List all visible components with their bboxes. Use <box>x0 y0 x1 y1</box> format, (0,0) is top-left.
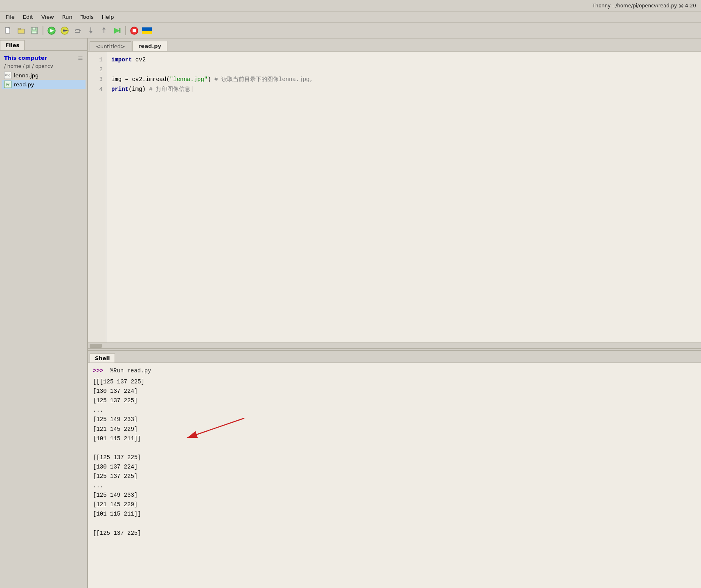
horizontal-scrollbar[interactable] <box>88 342 701 348</box>
svg-marker-16 <box>102 27 106 29</box>
menu-edit[interactable]: Edit <box>20 13 36 21</box>
title-text: Thonny - /home/pi/opencv/read.py @ 4:20 <box>593 3 696 9</box>
toolbar <box>0 23 701 38</box>
run-to-cursor-button[interactable] <box>111 25 123 36</box>
files-tab-label[interactable]: Files <box>0 40 25 50</box>
menu-view[interactable]: View <box>38 13 57 21</box>
output-line-11: [125 137 225] <box>93 472 696 481</box>
tab-untitled[interactable]: <untitled> <box>90 41 131 51</box>
output-line-4: ... <box>93 406 696 415</box>
sidebar: Files This computer ≡ / home / pi / open… <box>0 38 88 588</box>
titlebar: Thonny - /home/pi/opencv/read.py @ 4:20 <box>0 0 701 11</box>
output-line-17: [[125 137 225] <box>93 529 696 538</box>
file-name-readpy: read.py <box>14 81 34 88</box>
code-editor[interactable]: 1 2 3 4 import cv2 img = cv2.imread("len… <box>88 52 701 342</box>
line-num-2: 2 <box>88 65 106 74</box>
menu-help[interactable]: Help <box>99 13 117 21</box>
code-line-1: import cv2 <box>111 55 696 65</box>
debug-button[interactable] <box>59 25 70 36</box>
svg-rect-2 <box>18 28 21 29</box>
toolbar-separator-1 <box>43 26 43 35</box>
ukraine-flag <box>142 27 152 34</box>
menubar: File Edit View Run Tools Help <box>0 11 701 23</box>
code-line-4: print(img) # 打印图像信息 <box>111 84 696 94</box>
output-line-13: [125 149 233] <box>93 491 696 500</box>
run-button[interactable] <box>46 25 57 36</box>
menu-run[interactable]: Run <box>59 13 76 21</box>
step-over-button[interactable] <box>72 25 83 36</box>
line-num-1: 1 <box>88 55 106 65</box>
editor-area: <untitled> read.py 1 2 3 4 import cv2 im… <box>88 38 701 588</box>
main-area: Files This computer ≡ / home / pi / open… <box>0 38 701 588</box>
new-file-button[interactable] <box>2 25 14 36</box>
step-out-button[interactable] <box>98 25 110 36</box>
breadcrumb: / home / pi / opencv <box>2 63 86 71</box>
menu-tools[interactable]: Tools <box>77 13 97 21</box>
output-line-12: ... <box>93 481 696 491</box>
files-menu-icon[interactable]: ≡ <box>78 54 83 62</box>
files-tab-bar: Files <box>0 38 87 51</box>
output-line-2: [130 137 224] <box>93 387 696 396</box>
output-line-14: [121 145 229] <box>93 500 696 509</box>
shell-tab-bar: Shell <box>88 351 701 363</box>
open-file-button[interactable] <box>16 25 27 36</box>
svg-rect-20 <box>133 29 136 32</box>
line-num-4: 4 <box>88 84 106 94</box>
stop-button[interactable] <box>128 25 140 36</box>
output-line-6: [121 145 229] <box>93 425 696 434</box>
this-computer-link[interactable]: This computer <box>4 55 47 61</box>
code-line-2 <box>111 65 696 74</box>
code-line-3: img = cv2.imread("lenna.jpg") # 读取当前目录下的… <box>111 74 696 84</box>
shell-output-container: [[[125 137 225] [130 137 224] [125 137 2… <box>93 377 696 538</box>
py-icon: py <box>4 81 11 88</box>
save-file-button[interactable] <box>29 25 40 36</box>
file-item-lenna[interactable]: img lenna.jpg <box>2 71 86 80</box>
scrollbar-thumb[interactable] <box>90 344 102 348</box>
jpg-icon: img <box>4 72 11 79</box>
svg-marker-14 <box>89 31 92 34</box>
shell-prompt: >>> <box>93 367 103 374</box>
shell-panel: Shell >>> %Run read.py [[[125 137 225] [… <box>88 351 701 588</box>
menu-file[interactable]: File <box>2 13 18 21</box>
step-into-button[interactable] <box>85 25 97 36</box>
shell-command: %Run read.py <box>110 367 151 374</box>
output-line-15: [101 115 211]] <box>93 509 696 519</box>
toolbar-separator-2 <box>125 26 126 35</box>
output-line-10: [130 137 224] <box>93 462 696 472</box>
code-content[interactable]: import cv2 img = cv2.imread("lenna.jpg")… <box>106 52 701 342</box>
file-name-lenna: lenna.jpg <box>14 72 38 79</box>
line-num-3: 3 <box>88 74 106 84</box>
shell-tab[interactable]: Shell <box>90 354 115 363</box>
file-item-readpy[interactable]: py read.py <box>2 80 86 89</box>
output-line-9: [[125 137 225] <box>93 453 696 462</box>
output-line-5: [125 149 233] <box>93 415 696 424</box>
svg-rect-5 <box>32 31 37 34</box>
shell-prompt-line: >>> %Run read.py <box>93 366 696 376</box>
svg-rect-4 <box>32 27 36 30</box>
svg-rect-1 <box>18 29 25 34</box>
shell-content[interactable]: >>> %Run read.py [[[125 137 225] [130 13… <box>88 363 701 588</box>
line-numbers: 1 2 3 4 <box>88 52 106 342</box>
output-line-3: [125 137 225] <box>93 396 696 406</box>
files-content: This computer ≡ / home / pi / opencv img… <box>0 51 87 588</box>
svg-marker-17 <box>114 28 120 34</box>
output-line-7: [101 115 211]] <box>93 434 696 444</box>
shell-output: [[[125 137 225] [130 137 224] [125 137 2… <box>93 377 696 538</box>
files-header: This computer ≡ <box>2 52 86 63</box>
tab-readpy[interactable]: read.py <box>132 41 167 51</box>
editor-tab-bar: <untitled> read.py <box>88 38 701 52</box>
output-line-1: [[[125 137 225] <box>93 377 696 387</box>
output-line-8 <box>93 444 696 453</box>
output-line-16 <box>93 519 696 529</box>
